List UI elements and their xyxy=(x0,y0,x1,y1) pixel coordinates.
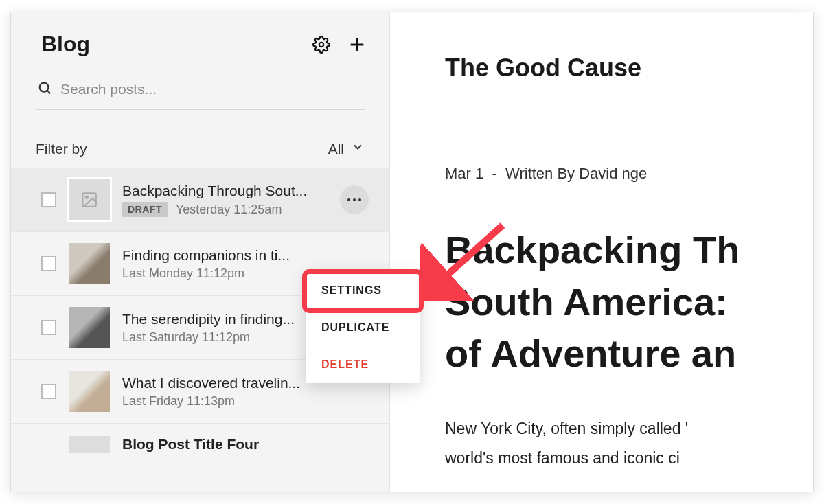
svg-point-0 xyxy=(319,42,324,47)
checkbox[interactable] xyxy=(41,192,56,207)
context-menu: SETTINGS DUPLICATE DELETE xyxy=(306,272,420,383)
filter-value: All xyxy=(328,141,344,157)
search-icon xyxy=(37,80,52,98)
thumbnail-placeholder xyxy=(69,179,110,220)
checkbox[interactable] xyxy=(41,384,56,399)
thumbnail xyxy=(69,243,110,284)
content-preview: The Good Cause Mar 1 - Written By David … xyxy=(390,12,813,492)
search-row[interactable] xyxy=(36,76,365,110)
menu-item-settings[interactable]: SETTINGS xyxy=(306,272,420,309)
gear-icon[interactable] xyxy=(311,34,332,55)
thumbnail xyxy=(69,307,110,348)
post-title: Blog Post Title Four xyxy=(122,436,369,453)
sidebar: Blog Filter by All xyxy=(11,12,390,492)
checkbox[interactable] xyxy=(41,320,56,335)
svg-point-6 xyxy=(86,196,88,198)
post-timestamp: Last Monday 11:12pm xyxy=(122,266,244,281)
site-title: The Good Cause xyxy=(445,54,813,82)
post-timestamp: Yesterday 11:25am xyxy=(176,203,282,217)
checkbox[interactable] xyxy=(41,256,56,271)
svg-point-3 xyxy=(40,83,49,92)
post-timestamp: Last Saturday 11:12pm xyxy=(122,330,250,345)
post-body: New York City, often simply called ' wor… xyxy=(445,414,813,474)
post-title: Finding companions in ti... xyxy=(122,247,369,264)
list-item[interactable]: Blog Post Title Four xyxy=(11,424,389,463)
svg-line-4 xyxy=(47,91,50,93)
chevron-down-icon xyxy=(351,140,365,157)
filter-dropdown[interactable]: All xyxy=(328,140,365,157)
filter-label: Filter by xyxy=(36,141,87,157)
menu-item-delete[interactable]: DELETE xyxy=(306,346,420,383)
post-timestamp: Last Friday 11:13pm xyxy=(122,394,235,409)
search-input[interactable] xyxy=(60,81,363,98)
plus-icon[interactable] xyxy=(347,34,367,55)
status-badge: DRAFT xyxy=(122,202,168,217)
byline: Mar 1 - Written By David nge xyxy=(445,165,813,183)
post-headline: Backpacking Th South America: of Adventu… xyxy=(445,224,813,380)
post-title: Backpacking Through Sout... xyxy=(122,183,328,199)
thumbnail xyxy=(69,371,110,412)
thumbnail xyxy=(69,436,110,453)
page-title: Blog xyxy=(41,32,90,57)
more-button[interactable] xyxy=(340,185,369,214)
list-item[interactable]: Backpacking Through Sout... DRAFT Yester… xyxy=(11,168,389,232)
menu-item-duplicate[interactable]: DUPLICATE xyxy=(306,309,420,346)
